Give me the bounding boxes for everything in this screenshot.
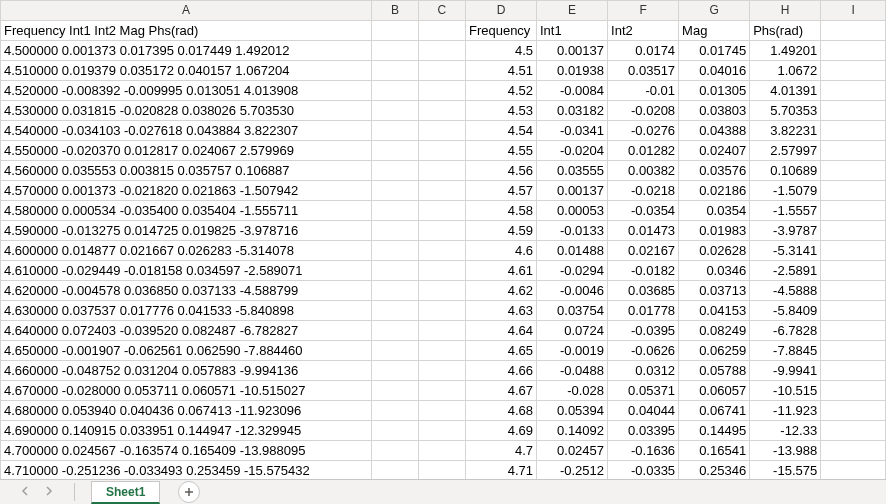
cell[interactable]: 4.52: [465, 81, 536, 101]
cell[interactable]: [371, 461, 418, 481]
cell[interactable]: [821, 321, 886, 341]
cell[interactable]: 4.59: [465, 221, 536, 241]
cell[interactable]: -0.0208: [608, 101, 679, 121]
cell[interactable]: [418, 241, 465, 261]
cell[interactable]: [821, 301, 886, 321]
cell[interactable]: [418, 461, 465, 481]
cell[interactable]: 4.7: [465, 441, 536, 461]
cell[interactable]: [821, 81, 886, 101]
cell[interactable]: 4.600000 0.014877 0.021667 0.026283 -5.3…: [1, 241, 372, 261]
table-row[interactable]: 4.530000 0.031815 -0.020828 0.038026 5.7…: [1, 101, 886, 121]
cell[interactable]: 0.03685: [608, 281, 679, 301]
cell[interactable]: 4.690000 0.140915 0.033951 0.144947 -12.…: [1, 421, 372, 441]
cell[interactable]: Frequency: [465, 21, 536, 41]
cell[interactable]: 4.66: [465, 361, 536, 381]
cell[interactable]: 0.03182: [537, 101, 608, 121]
cell[interactable]: [821, 361, 886, 381]
cell[interactable]: [371, 241, 418, 261]
cell[interactable]: [418, 261, 465, 281]
cell[interactable]: 4.56: [465, 161, 536, 181]
cell[interactable]: [821, 261, 886, 281]
cell[interactable]: -0.0204: [537, 141, 608, 161]
cell[interactable]: 0.03803: [679, 101, 750, 121]
next-sheet-icon[interactable]: [44, 485, 58, 499]
cell[interactable]: Frequency Int1 Int2 Mag Phs(rad): [1, 21, 372, 41]
cell[interactable]: -12.33: [750, 421, 821, 441]
cell[interactable]: 0.05788: [679, 361, 750, 381]
cell[interactable]: [371, 281, 418, 301]
cell[interactable]: [371, 381, 418, 401]
cell[interactable]: 4.69: [465, 421, 536, 441]
cell[interactable]: 0.04044: [608, 401, 679, 421]
cell[interactable]: 4.62: [465, 281, 536, 301]
cell[interactable]: 0.02407: [679, 141, 750, 161]
cell[interactable]: 4.6: [465, 241, 536, 261]
cell[interactable]: [418, 281, 465, 301]
cell[interactable]: -0.0354: [608, 201, 679, 221]
cell[interactable]: [418, 321, 465, 341]
cell[interactable]: 0.00053: [537, 201, 608, 221]
cell[interactable]: -2.5891: [750, 261, 821, 281]
cell[interactable]: [821, 21, 886, 41]
cell[interactable]: 4.51: [465, 61, 536, 81]
col-header-E[interactable]: E: [537, 1, 608, 21]
table-row[interactable]: 4.670000 -0.028000 0.053711 0.060571 -10…: [1, 381, 886, 401]
cell[interactable]: 0.04016: [679, 61, 750, 81]
cell[interactable]: [418, 301, 465, 321]
col-header-B[interactable]: B: [371, 1, 418, 21]
cell[interactable]: -13.988: [750, 441, 821, 461]
cell[interactable]: 4.54: [465, 121, 536, 141]
cell[interactable]: 4.01391: [750, 81, 821, 101]
cell[interactable]: [371, 21, 418, 41]
cell[interactable]: 0.00137: [537, 181, 608, 201]
cell[interactable]: 0.03517: [608, 61, 679, 81]
cell[interactable]: -6.7828: [750, 321, 821, 341]
cell[interactable]: Int2: [608, 21, 679, 41]
cell[interactable]: Int1: [537, 21, 608, 41]
cell[interactable]: 4.530000 0.031815 -0.020828 0.038026 5.7…: [1, 101, 372, 121]
table-row[interactable]: 4.660000 -0.048752 0.031204 0.057883 -9.…: [1, 361, 886, 381]
cell[interactable]: 0.0312: [608, 361, 679, 381]
cell[interactable]: 4.680000 0.053940 0.040436 0.067413 -11.…: [1, 401, 372, 421]
table-row[interactable]: 4.710000 -0.251236 -0.033493 0.253459 -1…: [1, 461, 886, 481]
cell[interactable]: 0.10689: [750, 161, 821, 181]
cell[interactable]: 4.620000 -0.004578 0.036850 0.037133 -4.…: [1, 281, 372, 301]
cell[interactable]: 0.02628: [679, 241, 750, 261]
col-header-H[interactable]: H: [750, 1, 821, 21]
cell[interactable]: [821, 381, 886, 401]
cell[interactable]: -0.0218: [608, 181, 679, 201]
cell[interactable]: [821, 421, 886, 441]
cell[interactable]: -4.5888: [750, 281, 821, 301]
cell[interactable]: [371, 161, 418, 181]
cell[interactable]: 0.00382: [608, 161, 679, 181]
cell[interactable]: [418, 441, 465, 461]
cell[interactable]: [371, 121, 418, 141]
cell[interactable]: 4.510000 0.019379 0.035172 0.040157 1.06…: [1, 61, 372, 81]
cell[interactable]: 4.55: [465, 141, 536, 161]
cell[interactable]: -0.2512: [537, 461, 608, 481]
cell[interactable]: -3.9787: [750, 221, 821, 241]
cell[interactable]: 5.70353: [750, 101, 821, 121]
cell[interactable]: 0.08249: [679, 321, 750, 341]
col-header-F[interactable]: F: [608, 1, 679, 21]
cell[interactable]: 0.06741: [679, 401, 750, 421]
cell[interactable]: -5.3141: [750, 241, 821, 261]
cell[interactable]: [821, 181, 886, 201]
cell[interactable]: 4.65: [465, 341, 536, 361]
cell[interactable]: -0.0335: [608, 461, 679, 481]
cell[interactable]: 4.640000 0.072403 -0.039520 0.082487 -6.…: [1, 321, 372, 341]
cell[interactable]: -0.0294: [537, 261, 608, 281]
table-row[interactable]: 4.560000 0.035553 0.003815 0.035757 0.10…: [1, 161, 886, 181]
cell[interactable]: [418, 81, 465, 101]
cell[interactable]: [371, 401, 418, 421]
cell[interactable]: [821, 221, 886, 241]
cell[interactable]: [418, 341, 465, 361]
cell[interactable]: [418, 21, 465, 41]
cell[interactable]: 0.01778: [608, 301, 679, 321]
cell[interactable]: [821, 341, 886, 361]
cell[interactable]: 4.64: [465, 321, 536, 341]
cell[interactable]: Phs(rad): [750, 21, 821, 41]
table-row[interactable]: 4.590000 -0.013275 0.014725 0.019825 -3.…: [1, 221, 886, 241]
cell[interactable]: [821, 161, 886, 181]
cell[interactable]: [821, 201, 886, 221]
